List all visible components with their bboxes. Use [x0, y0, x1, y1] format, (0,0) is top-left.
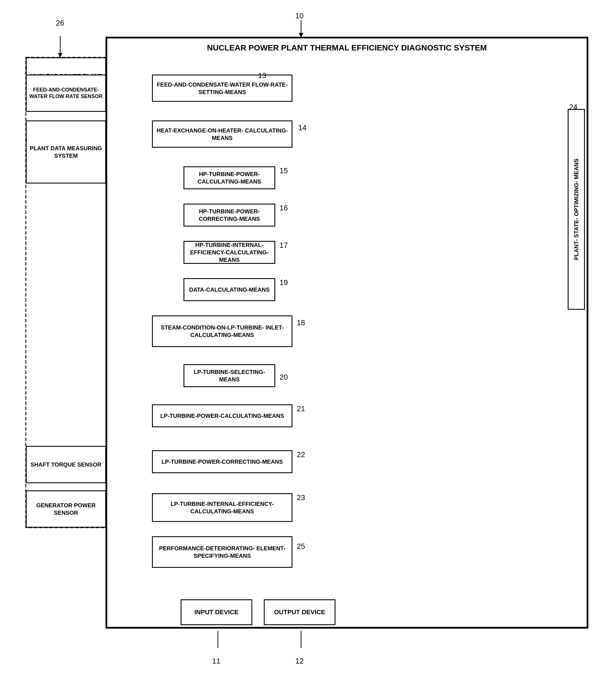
label-15: 15	[279, 166, 288, 175]
shaft-torque-box: SHAFT TORQUE SENSOR	[26, 446, 106, 483]
steam-condition-box: STEAM-CONDITION-ON-LP-TURBINE- INLET-CAL…	[152, 315, 292, 347]
heat-exchange-box: HEAT-EXCHANGE-ON-HEATER- CALCULATING-MEA…	[152, 121, 292, 148]
label-18: 18	[297, 318, 305, 327]
generator-power-box: GENERATOR POWER SENSOR	[26, 490, 106, 528]
feed-water-sensor-box: FEED-AND-CONDENSATE- WATER FLOW RATE SEN…	[26, 75, 106, 112]
label-16: 16	[279, 204, 288, 212]
feed-flow-setting-box: FEED-AND-CONDENSATE-WATER FLOW-RATE-SETT…	[152, 75, 292, 102]
plant-optimizing-box: PLANT- STATE- OPTIMIZING- MEANS	[568, 109, 585, 310]
diagram-container: 26 NUCLEAR POWER PLANT FEED-AND-CONDENSA…	[0, 0, 615, 700]
label-19: 19	[279, 278, 288, 287]
label-24: 24	[569, 103, 577, 112]
label-20: 20	[279, 373, 288, 382]
hp-power-calc-box: HP-TURBINE-POWER- CALCULATING-MEANS	[184, 166, 275, 189]
label-25: 25	[297, 542, 305, 551]
label-14: 14	[298, 123, 306, 132]
label-17: 17	[279, 241, 288, 250]
data-calc-box: DATA-CALCULATING-MEANS	[184, 278, 275, 301]
hp-internal-eff-box: HP-TURBINE-INTERNAL- EFFICIENCY-CALCULAT…	[184, 241, 275, 264]
label-11: 11	[212, 657, 221, 666]
label-13: 13	[258, 71, 266, 80]
output-device-box: OUTPUT DEVICE	[264, 599, 336, 625]
label-26: 26	[56, 18, 64, 27]
lp-internal-eff-box: LP-TURBINE-INTERNAL-EFFICIENCY- CALCULAT…	[152, 493, 292, 522]
lp-power-calc-box: LP-TURBINE-POWER-CALCULATING-MEANS	[152, 404, 292, 427]
label-23: 23	[297, 493, 305, 502]
svg-marker-5	[299, 33, 303, 37]
hp-power-correct-box: HP-TURBINE-POWER- CORRECTING-MEANS	[184, 204, 275, 227]
label-22: 22	[297, 450, 305, 459]
lp-power-correct-box: LP-TURBINE-POWER-CORRECTING-MEANS	[152, 450, 292, 473]
label-10: 10	[295, 11, 304, 20]
lp-selecting-box: LP-TURBINE-SELECTING-MEANS	[184, 364, 275, 387]
svg-marker-3	[58, 53, 62, 57]
plant-data-box: PLANT DATA MEASURING SYSTEM	[26, 121, 106, 184]
label-21: 21	[297, 404, 305, 413]
label-12: 12	[295, 657, 304, 666]
performance-box: PERFORMANCE-DETERIORATING- ELEMENT-SPECI…	[152, 536, 292, 568]
main-system-title: NUCLEAR POWER PLANT THERMAL EFFICIENCY D…	[112, 43, 582, 53]
input-device-box: INPUT DEVICE	[180, 599, 252, 625]
